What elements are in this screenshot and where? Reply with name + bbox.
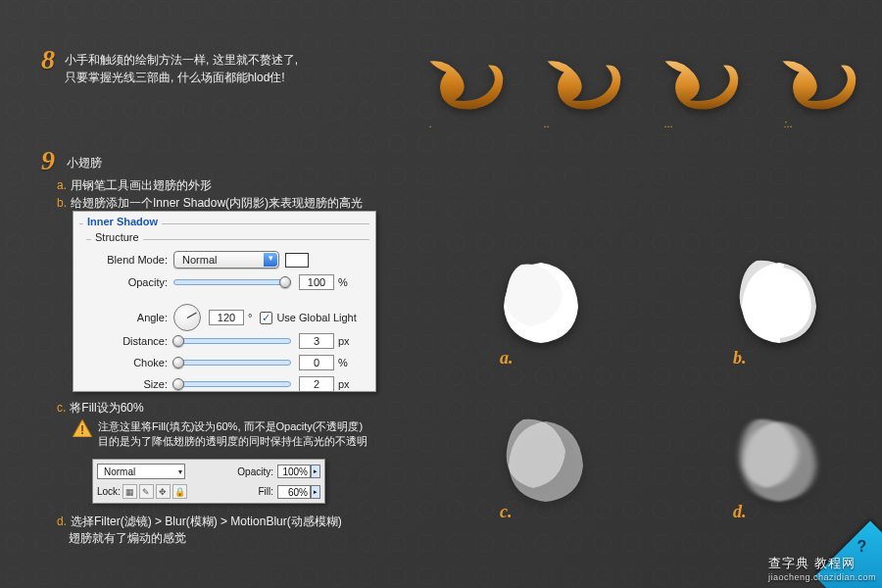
wing-label-c: c.	[500, 502, 513, 522]
hook-illustration-2	[539, 57, 622, 116]
lock-all-icon[interactable]: 🔒	[172, 484, 187, 499]
fill-stepper[interactable]: ▸	[311, 485, 320, 499]
size-label: Size:	[91, 378, 168, 390]
opacity-stepper[interactable]: ▸	[311, 465, 320, 478]
warning-icon: !	[73, 419, 92, 437]
size-slider[interactable]	[173, 381, 291, 387]
opacity-value[interactable]: 100	[299, 274, 334, 290]
hook-caption-2: ..	[544, 118, 550, 129]
step-8-text: 小手和触须的绘制方法一样, 这里就不赘述了, 只要掌握光线三部曲, 什么场面都能…	[65, 51, 298, 86]
wing-a	[482, 253, 600, 351]
use-global-light-label: Use Global Light	[276, 312, 356, 323]
panel-title: Inner Shadow	[83, 216, 162, 227]
step9-d: d.选择Filter(滤镜) > Blur(模糊) > MotionBlur(动…	[57, 514, 342, 547]
step8-line2: 只要掌握光线三部曲, 什么场面都能hlod住!	[65, 71, 285, 84]
wing-label-b: b.	[733, 348, 747, 368]
hook-caption-3: ...	[664, 118, 673, 129]
shadow-color-swatch[interactable]	[285, 253, 309, 268]
svg-text:!: !	[80, 423, 84, 437]
layer-fill-value[interactable]: 60%	[277, 485, 311, 499]
layer-fill-label: Fill:	[258, 486, 273, 497]
step-9-title: 小翅膀	[67, 155, 102, 172]
opacity-slider[interactable]	[173, 279, 291, 285]
layer-opacity-value[interactable]: 100%	[277, 465, 311, 478]
lock-label: Lock:	[97, 486, 121, 497]
structure-title: Structure	[91, 231, 143, 243]
warn-line1: 注意这里将Fill(填充)设为60%, 而不是Opacity(不透明度)	[98, 420, 363, 432]
opacity-label: Opacity:	[91, 276, 168, 288]
use-global-light-checkbox[interactable]	[260, 312, 272, 324]
hook-illustration-1	[421, 57, 505, 116]
distance-value[interactable]: 3	[299, 333, 334, 349]
distance-slider[interactable]	[173, 338, 291, 344]
hook-illustration-4	[774, 57, 858, 116]
angle-unit: °	[248, 312, 252, 323]
step-9-list: a.用钢笔工具画出翅膀的外形 b.给翅膀添加一个Inner Shadow(内阴影…	[57, 176, 363, 212]
size-unit: px	[338, 378, 350, 390]
wing-b	[715, 253, 833, 351]
distance-unit: px	[338, 335, 350, 347]
wing-label-d: d.	[733, 502, 747, 522]
wing-d	[715, 412, 833, 510]
angle-label: Angle:	[91, 312, 168, 323]
angle-wheel[interactable]	[173, 304, 201, 331]
choke-value[interactable]: 0	[299, 355, 334, 370]
size-value[interactable]: 2	[299, 376, 334, 392]
layer-blend-select[interactable]: Normal	[97, 464, 185, 479]
blend-mode-label: Blend Mode:	[91, 254, 168, 266]
hook-caption-4: :..	[784, 118, 793, 129]
step9-a: 用钢笔工具画出翅膀的外形	[71, 178, 212, 192]
hook-illustration-3	[657, 57, 740, 116]
warn-line2: 目的是为了降低翅膀的透明度的同时保持住高光的不透明	[98, 435, 368, 447]
hook-caption-1: .	[429, 118, 432, 129]
warning-note: ! 注意这里将Fill(填充)设为60%, 而不是Opacity(不透明度) 目…	[73, 419, 376, 449]
choke-slider[interactable]	[173, 360, 291, 366]
step9-c: c.将Fill设为60%	[57, 400, 144, 416]
blend-mode-select[interactable]: Normal	[173, 251, 279, 269]
step-9-number: 9	[41, 145, 55, 176]
opacity-unit: %	[338, 276, 348, 288]
lock-transparency-icon[interactable]: ▦	[122, 484, 137, 499]
layers-panel: Normal Opacity: 100% ▸ Lock: ▦ ✎ ✥ 🔒 Fil…	[92, 459, 325, 504]
choke-unit: %	[338, 357, 348, 368]
inner-shadow-panel: Inner Shadow Structure Blend Mode: Norma…	[73, 211, 376, 392]
lock-position-icon[interactable]: ✥	[156, 484, 171, 499]
step-8-number: 8	[41, 44, 55, 75]
wing-label-a: a.	[500, 348, 514, 368]
step9-b: 给翅膀添加一个Inner Shadow(内阴影)来表现翅膀的高光	[71, 196, 363, 210]
layer-opacity-label: Opacity:	[237, 466, 273, 477]
step8-line1: 小手和触须的绘制方法一样, 这里就不赘述了,	[65, 53, 298, 67]
choke-label: Choke:	[91, 357, 168, 368]
wing-c	[482, 412, 600, 510]
lock-pixels-icon[interactable]: ✎	[139, 484, 154, 499]
watermark: 查字典 教程网 jiaocheng.chazidian.com	[768, 555, 876, 582]
distance-label: Distance:	[91, 335, 168, 347]
angle-value[interactable]: 120	[209, 310, 244, 325]
